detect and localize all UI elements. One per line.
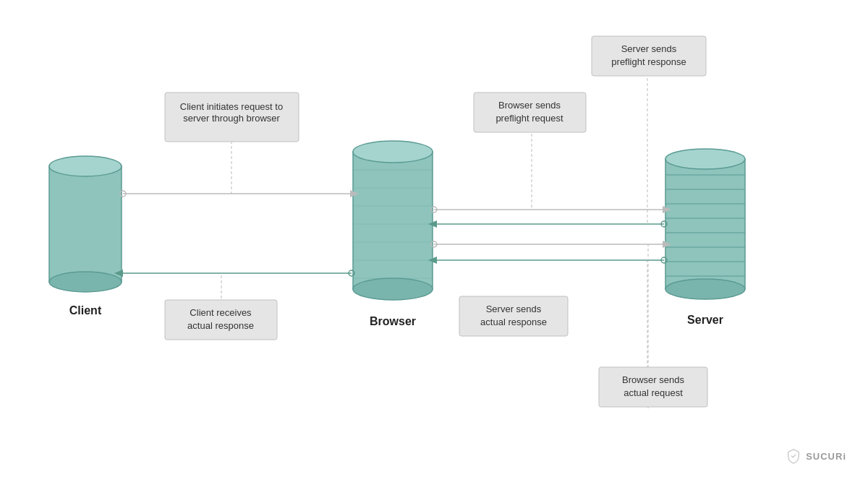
client-label: Client: [69, 304, 102, 317]
svg-text:preflight response: preflight response: [611, 56, 686, 67]
ann4-text: Client receives: [190, 307, 252, 318]
svg-text:preflight request: preflight request: [495, 113, 563, 124]
svg-point-2: [49, 156, 122, 176]
ann3-text: Server sends: [621, 43, 677, 54]
svg-point-22: [665, 279, 745, 299]
svg-point-11: [353, 278, 433, 300]
svg-rect-0: [49, 166, 122, 282]
ann5-text: Server sends: [486, 304, 542, 314]
svg-rect-3: [353, 152, 433, 289]
server-label: Server: [687, 314, 723, 326]
svg-point-12: [353, 141, 433, 163]
diagram-svg: Client Browser Server: [0, 0, 868, 477]
sucuri-icon: [786, 448, 801, 464]
svg-text:server through browser: server through browser: [183, 113, 280, 124]
sucuri-brand-text: SUCURi: [806, 451, 846, 462]
ann2-text: Browser sends: [498, 100, 561, 111]
svg-rect-13: [665, 159, 745, 289]
diagram-container: Client Browser Server: [0, 0, 868, 477]
ann1-text: Client initiates request to: [180, 101, 283, 112]
svg-point-23: [665, 149, 745, 169]
ann6-text: Browser sends: [622, 374, 684, 385]
svg-text:actual request: actual request: [624, 387, 683, 398]
svg-point-1: [49, 272, 122, 292]
browser-label: Browser: [370, 315, 416, 327]
sucuri-logo: SUCURi: [786, 448, 846, 464]
svg-text:actual response: actual response: [480, 317, 547, 327]
svg-text:actual response: actual response: [187, 320, 254, 331]
